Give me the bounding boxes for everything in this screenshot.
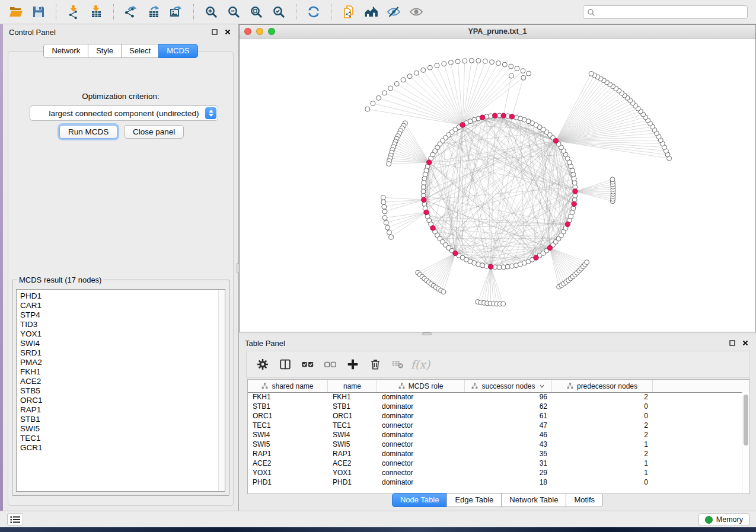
- table-cell: 43: [465, 440, 552, 449]
- zoom-selected-button[interactable]: [269, 3, 288, 21]
- table-row[interactable]: ACE2ACE2connector311: [248, 459, 742, 468]
- column-header-shared-name[interactable]: shared name: [248, 380, 328, 392]
- mcds-result-item[interactable]: PHD1: [20, 291, 225, 301]
- mcds-result-item[interactable]: ORC1: [20, 396, 225, 405]
- mcds-result-item[interactable]: CAR1: [20, 301, 225, 310]
- mcds-result-title: MCDS result (17 nodes): [17, 275, 103, 284]
- mcds-list-scrollbar[interactable]: [218, 290, 225, 491]
- search-box[interactable]: [583, 5, 748, 19]
- control-panel-header: Control Panel: [3, 24, 238, 40]
- table-row[interactable]: SWI5SWI5connector431: [248, 440, 742, 449]
- mcds-result-item[interactable]: FKH1: [20, 367, 225, 377]
- delete-table-icon: [391, 358, 404, 371]
- delete-column-icon: [369, 358, 382, 371]
- add-column-button[interactable]: [345, 357, 361, 372]
- import-table-button[interactable]: [87, 3, 106, 21]
- column-header-successor-nodes[interactable]: successor nodes: [465, 380, 552, 392]
- mcds-result-item[interactable]: ACE2: [20, 377, 225, 386]
- mcds-result-item[interactable]: YOX1: [20, 329, 225, 339]
- column-header-predecessor-nodes[interactable]: predecessor nodes: [552, 380, 653, 392]
- table-row[interactable]: PHD1PHD1dominator180: [248, 477, 742, 487]
- window-close-button[interactable]: [244, 28, 251, 35]
- table-cell: 61: [465, 411, 552, 421]
- tab-style[interactable]: Style: [88, 44, 122, 58]
- export-image-icon: [169, 5, 183, 19]
- table-row[interactable]: FKH1FKH1dominator962: [248, 392, 742, 402]
- open-file-button[interactable]: [7, 3, 25, 21]
- show-elements-button[interactable]: [407, 3, 426, 21]
- tab-mcds[interactable]: MCDS: [158, 44, 197, 58]
- mcds-result-item[interactable]: SRD1: [20, 348, 225, 358]
- run-mcds-button[interactable]: Run MCDS: [59, 125, 117, 139]
- network-graph[interactable]: [240, 39, 755, 332]
- mcds-result-item[interactable]: SWI5: [20, 424, 225, 434]
- control-panel-title: Control Panel: [9, 28, 206, 37]
- table-row[interactable]: ORC1ORC1dominator610: [248, 411, 742, 421]
- network-canvas[interactable]: [240, 39, 755, 332]
- network-overview-button[interactable]: [362, 3, 381, 21]
- export-network-button[interactable]: [122, 3, 141, 21]
- zoom-in-button[interactable]: [202, 3, 221, 21]
- tab-network-table[interactable]: Network Table: [501, 493, 566, 507]
- float-table-panel-icon[interactable]: [728, 338, 737, 348]
- split-view-button[interactable]: [277, 357, 293, 372]
- network-titlebar[interactable]: YPA_prune.txt_1: [240, 25, 755, 39]
- zoom-out-button[interactable]: [224, 3, 243, 21]
- mcds-result-item[interactable]: STP4: [20, 310, 225, 320]
- export-table-button[interactable]: [144, 3, 163, 21]
- export-image-button[interactable]: [167, 3, 186, 21]
- table-row[interactable]: YOX1YOX1connector291: [248, 468, 742, 477]
- criterion-select[interactable]: largest connected component (undirected): [30, 105, 218, 121]
- mcds-result-item[interactable]: TID3: [20, 320, 225, 329]
- save-session-button[interactable]: [29, 3, 48, 21]
- search-input[interactable]: [595, 7, 747, 18]
- memory-button[interactable]: Memory: [698, 513, 749, 526]
- table-cell: FKH1: [328, 392, 377, 402]
- close-table-panel-icon[interactable]: [741, 338, 750, 348]
- tab-select[interactable]: Select: [121, 44, 159, 58]
- select-all-button[interactable]: [300, 357, 315, 372]
- mcds-result-item[interactable]: GCR1: [20, 443, 225, 453]
- zoom-fit-button[interactable]: [247, 3, 266, 21]
- delete-column-button[interactable]: [368, 357, 383, 372]
- table-row[interactable]: STB1STB1dominator620: [248, 402, 742, 411]
- tab-network[interactable]: Network: [43, 44, 88, 58]
- column-header-MCDS-role[interactable]: MCDS role: [377, 380, 465, 392]
- tab-edge-table[interactable]: Edge Table: [446, 493, 502, 507]
- table-scrollbar-thumb[interactable]: [744, 395, 748, 446]
- task-history-button[interactable]: [7, 513, 23, 525]
- mcds-result-item[interactable]: SWI4: [20, 339, 225, 348]
- copy-network-button[interactable]: [339, 3, 358, 21]
- mcds-result-list[interactable]: PHD1CAR1STP4TID3YOX1SWI4SRD1PMA2FKH1ACE2…: [16, 289, 225, 492]
- float-panel-icon[interactable]: [210, 27, 219, 37]
- table-cell: 2: [552, 430, 653, 440]
- table-settings-button[interactable]: [255, 357, 270, 372]
- toolbar-separator: [193, 4, 194, 20]
- window-zoom-button[interactable]: [268, 28, 275, 35]
- deselect-all-button[interactable]: [323, 357, 338, 372]
- close-panel-button[interactable]: Close panel: [124, 125, 184, 139]
- table-cell: dominator: [377, 449, 465, 459]
- mcds-result-item[interactable]: PMA2: [20, 358, 225, 367]
- table-cell: dominator: [377, 477, 465, 487]
- refresh-view-button[interactable]: [304, 3, 323, 21]
- mcds-result-item[interactable]: RAP1: [20, 405, 225, 415]
- tab-node-table[interactable]: Node Table: [392, 493, 448, 507]
- mcds-result-item[interactable]: STB1: [20, 415, 225, 424]
- window-minimize-button[interactable]: [256, 28, 263, 35]
- table-cell: 2: [552, 392, 653, 402]
- table-cell: 46: [465, 430, 552, 440]
- column-header-name[interactable]: name: [328, 380, 377, 392]
- table-scrollbar[interactable]: [742, 392, 749, 493]
- table-row[interactable]: SWI4SWI4dominator462: [248, 430, 742, 440]
- table-cell: 2: [552, 449, 653, 459]
- node-table-header[interactable]: shared namenameMCDS rolesuccessor nodesp…: [248, 380, 749, 393]
- tab-motifs[interactable]: Motifs: [566, 493, 603, 507]
- table-row[interactable]: RAP1RAP1dominator352: [248, 449, 742, 459]
- import-network-button[interactable]: [64, 3, 83, 21]
- close-panel-icon[interactable]: [223, 27, 232, 37]
- mcds-result-item[interactable]: TEC1: [20, 434, 225, 443]
- mcds-result-item[interactable]: STB5: [20, 386, 225, 396]
- table-row[interactable]: TEC1TEC1connector472: [248, 421, 742, 430]
- hide-elements-button[interactable]: [384, 3, 403, 21]
